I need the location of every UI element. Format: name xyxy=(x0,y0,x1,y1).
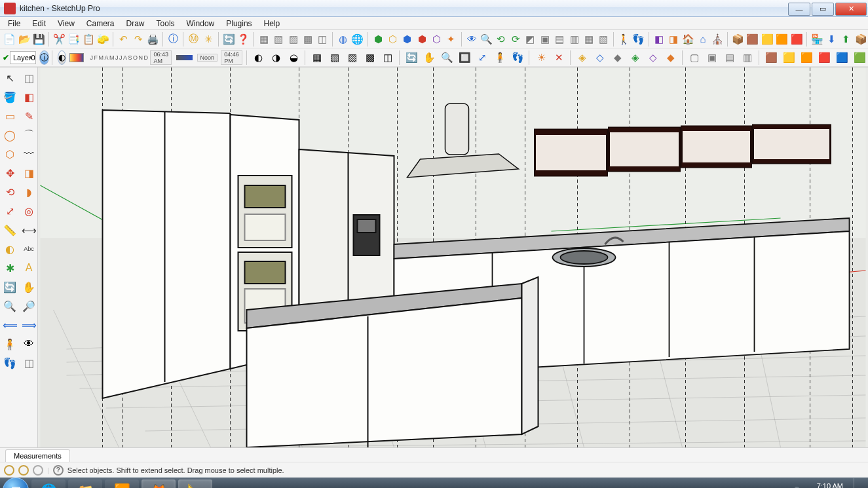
menu-window[interactable]: Window xyxy=(181,18,220,29)
layer-dropdown[interactable]: Layer0 xyxy=(10,51,36,64)
crate5-icon[interactable]: 🟦 xyxy=(833,50,850,66)
zoom-window-icon[interactable]: 🔲 xyxy=(456,50,473,66)
solid5-icon[interactable]: ◇ xyxy=(645,50,662,66)
left-icon[interactable]: ▧ xyxy=(597,31,611,47)
box5-icon[interactable]: 🟥 xyxy=(789,31,803,47)
refresh-icon[interactable]: 🔄 xyxy=(222,31,236,47)
house2-icon[interactable]: ⌂ xyxy=(696,31,709,47)
style5-icon[interactable]: ◫ xyxy=(316,31,330,47)
union-icon[interactable]: ⬢ xyxy=(400,31,414,47)
next-icon[interactable]: ⟹ xyxy=(20,316,38,334)
new-file-icon[interactable]: 📄 xyxy=(3,31,16,47)
layer-manager-button[interactable]: ⓘ xyxy=(39,50,49,65)
zoom-ext2-icon[interactable]: ⤢ xyxy=(474,50,491,66)
crate4-icon[interactable]: 🟥 xyxy=(816,50,833,66)
style4-icon[interactable]: ▩ xyxy=(301,31,314,47)
window-minimize-button[interactable]: — xyxy=(788,3,810,16)
model-canvas[interactable] xyxy=(38,67,868,447)
trim-icon[interactable]: ⬡ xyxy=(430,31,443,47)
shaded-icon[interactable]: ▨ xyxy=(344,50,361,66)
pan-icon[interactable]: ✋ xyxy=(20,278,38,296)
crate1-icon[interactable]: 🟫 xyxy=(763,50,780,66)
house-icon[interactable]: 🏠 xyxy=(681,31,695,47)
look-around-icon[interactable]: 👁 xyxy=(20,335,38,353)
start-button[interactable]: ⊞ xyxy=(3,478,29,488)
window-maximize-button[interactable]: ▭ xyxy=(812,3,834,16)
download-model-icon[interactable]: ⬇ xyxy=(825,31,839,47)
paste-icon[interactable]: 📋 xyxy=(82,31,96,47)
sketchup-icon[interactable]: 📐 xyxy=(178,479,212,488)
walk-icon[interactable]: 🚶 xyxy=(617,31,631,47)
menu-edit[interactable]: Edit xyxy=(27,18,51,29)
crate6-icon[interactable]: 🟩 xyxy=(851,50,868,66)
credits-status-icon[interactable] xyxy=(18,465,29,476)
dimension-icon[interactable]: ⟷ xyxy=(20,221,38,239)
box4-icon[interactable]: 🟧 xyxy=(775,31,789,47)
circle-icon[interactable]: ◯ xyxy=(1,126,19,144)
shadow-date-slider[interactable] xyxy=(69,53,84,62)
3dtext-icon[interactable]: A xyxy=(20,259,38,277)
menu-draw[interactable]: Draw xyxy=(121,18,150,29)
redo-icon[interactable]: ↷ xyxy=(132,31,145,47)
help-status-icon[interactable]: ? xyxy=(53,465,64,476)
menu-tools[interactable]: Tools xyxy=(151,18,180,29)
box-b-icon[interactable]: ▣ xyxy=(704,50,721,66)
tape-icon[interactable]: 📏 xyxy=(1,221,19,239)
front-icon[interactable]: ▤ xyxy=(553,31,567,47)
solid3-icon[interactable]: ◆ xyxy=(609,50,626,66)
outer-shell-icon[interactable]: ⬢ xyxy=(371,31,385,47)
iso-icon[interactable]: ◩ xyxy=(523,31,537,47)
new-matched-icon[interactable]: ✳ xyxy=(202,31,216,47)
box-d-icon[interactable]: ▥ xyxy=(739,50,756,66)
model-info-icon[interactable]: ⓘ xyxy=(166,31,180,47)
prev-view-icon[interactable]: ⟲ xyxy=(494,31,508,47)
cut-icon[interactable]: ✂️ xyxy=(52,31,66,47)
back-icon[interactable]: ▦ xyxy=(582,31,595,47)
section-plane-icon[interactable]: ◐ xyxy=(250,50,267,66)
toggle-xray-icon[interactable]: ◍ xyxy=(336,31,350,47)
rectangle-icon[interactable]: ▭ xyxy=(1,107,19,125)
top-icon[interactable]: ▣ xyxy=(538,31,552,47)
crate2-icon[interactable]: 🟨 xyxy=(780,50,797,66)
component-icon[interactable]: ◫ xyxy=(20,69,38,87)
undo-icon[interactable]: ↶ xyxy=(117,31,130,47)
section-cut-icon[interactable]: ◒ xyxy=(285,50,302,66)
layer-visible-check-icon[interactable]: ✔ xyxy=(3,53,9,62)
solid1-icon[interactable]: ◈ xyxy=(574,50,591,66)
pushpull-icon[interactable]: ◨ xyxy=(20,164,38,182)
internet-explorer-icon[interactable]: 🌐 xyxy=(31,479,66,488)
monochrome-icon[interactable]: ◫ xyxy=(379,50,396,66)
followme-icon[interactable]: ◗ xyxy=(20,183,38,201)
eraser-icon[interactable]: ◧ xyxy=(20,88,38,106)
menu-help[interactable]: Help xyxy=(259,18,286,29)
menu-file[interactable]: File xyxy=(3,18,26,29)
subtract-icon[interactable]: ⬢ xyxy=(415,31,428,47)
show-desktop-button[interactable] xyxy=(854,478,861,488)
orbit2-icon[interactable]: 🔄 xyxy=(403,50,420,66)
wireframe-icon[interactable]: ▦ xyxy=(309,50,326,66)
zoom2-icon[interactable]: 🔍 xyxy=(438,50,455,66)
freehand-icon[interactable]: 〰 xyxy=(20,145,38,163)
sun-icon[interactable]: ☀ xyxy=(533,50,550,66)
offset-icon[interactable]: ◎ xyxy=(20,202,38,220)
tab-measurements[interactable]: Measurements xyxy=(5,449,70,462)
protractor-icon[interactable]: ◐ xyxy=(1,240,19,258)
save-icon[interactable]: 💾 xyxy=(32,31,46,47)
section-icon[interactable]: ◫ xyxy=(20,354,38,372)
select-icon[interactable]: ↖ xyxy=(1,69,19,87)
solid4-icon[interactable]: ◈ xyxy=(627,50,644,66)
footprints-icon[interactable]: 👣 xyxy=(632,31,645,47)
erase-icon[interactable]: 🧽 xyxy=(96,31,110,47)
x-orbit-icon[interactable]: ✕ xyxy=(550,50,567,66)
box3-icon[interactable]: 🟨 xyxy=(761,31,774,47)
media-player-icon[interactable]: 🟧 xyxy=(105,479,139,488)
viewport-3d[interactable] xyxy=(38,67,868,447)
arc-icon[interactable]: ⌒ xyxy=(20,126,38,144)
axes-icon[interactable]: ✱ xyxy=(1,259,19,277)
shadow-time-slider[interactable] xyxy=(176,55,193,60)
box-a-icon[interactable]: ▢ xyxy=(686,50,703,66)
split-icon[interactable]: ✦ xyxy=(444,31,458,47)
box1-icon[interactable]: 📦 xyxy=(731,31,745,47)
window-close-button[interactable]: ✕ xyxy=(835,3,867,16)
hidden-line-icon[interactable]: ▧ xyxy=(326,50,343,66)
